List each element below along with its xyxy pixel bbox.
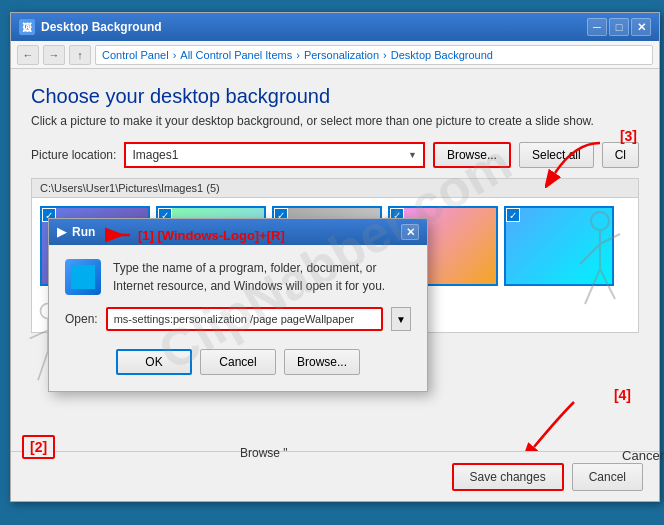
maximize-button[interactable]: □ [609,18,629,36]
svg-rect-13 [83,265,95,277]
thumb-check-5[interactable]: ✓ [506,208,520,222]
address-path[interactable]: Control Panel › All Control Panel Items … [95,45,653,65]
annotation-3: [3] [620,128,637,144]
svg-line-8 [30,330,48,338]
browse-annotation: Browse " [240,446,288,460]
run-open-row: Open: ▼ [65,307,411,331]
arrow-3-svg [545,138,605,188]
cancel-button[interactable]: Cancel [572,463,643,491]
browse-annot-text: Browse " [240,446,288,460]
picture-location-dropdown[interactable]: Images1 [124,142,425,168]
svg-line-5 [600,269,615,299]
svg-rect-15 [83,277,95,289]
run-app-icon [65,259,101,295]
picture-location-label: Picture location: [31,148,116,162]
back-button[interactable]: ← [17,45,39,65]
run-description-text: Type the name of a program, folder, docu… [113,259,411,295]
forward-button[interactable]: → [43,45,65,65]
svg-line-4 [585,269,600,304]
title-bar-buttons: ─ □ ✕ [587,18,651,36]
window-title: Desktop Background [41,20,162,34]
run-ok-button[interactable]: OK [116,349,192,375]
window-icon: 🖼 [19,19,35,35]
addr-control-panel[interactable]: Control Panel [102,49,169,61]
address-bar: ← → ↑ Control Panel › All Control Panel … [11,41,659,69]
run-body: Type the name of a program, folder, docu… [49,245,427,391]
run-icon-sym: ▶ [57,225,66,239]
svg-rect-14 [71,277,83,289]
addr-all-items[interactable]: All Control Panel Items [180,49,292,61]
addr-desktop-background[interactable]: Desktop Background [391,49,493,61]
annotation-2-text: [2] [30,439,47,455]
run-description-row: Type the name of a program, folder, docu… [65,259,411,295]
title-bar: 🖼 Desktop Background ─ □ ✕ [11,13,659,41]
annotation-1-arrow [100,224,132,246]
svg-rect-12 [71,265,83,277]
run-dialog-title: Run [72,225,95,239]
cancer-label: Cancer [622,448,664,463]
page-title: Choose your desktop background [31,85,639,108]
svg-line-2 [580,244,600,264]
images-path: C:\Users\User1\Pictures\Images1 (5) [40,182,220,194]
save-changes-button[interactable]: Save changes [452,463,564,491]
annotation-4: [4] [614,387,631,403]
svg-line-10 [38,351,48,380]
run-dropdown-arrow[interactable]: ▼ [391,307,411,331]
browse-button[interactable]: Browse... [433,142,511,168]
minimize-button[interactable]: ─ [587,18,607,36]
stickman-figure-1 [570,209,630,309]
run-input-field[interactable] [106,307,383,331]
close-button[interactable]: ✕ [631,18,651,36]
run-close-button[interactable]: ✕ [401,224,419,240]
annotation-2: [2] [22,435,55,459]
run-buttons: OK Cancel Browse... [65,343,411,377]
page-description: Click a picture to make it your desktop … [31,114,639,128]
addr-personalization[interactable]: Personalization [304,49,379,61]
clear-button[interactable]: Cl [602,142,639,168]
annotation-1-row: [1] [Windows-Logo]+[R] [100,224,285,246]
run-cancel-button[interactable]: Cancel [200,349,276,375]
cancer-text: Cancer [622,448,664,463]
annotation-1-text: [1] [Windows-Logo]+[R] [138,228,285,243]
bottom-bar: Save changes Cancel [11,451,659,501]
run-browse-button[interactable]: Browse... [284,349,360,375]
run-open-label: Open: [65,312,98,326]
up-button[interactable]: ↑ [69,45,91,65]
arrow-4-svg [519,397,579,457]
svg-point-0 [591,212,609,230]
svg-line-3 [600,234,620,244]
